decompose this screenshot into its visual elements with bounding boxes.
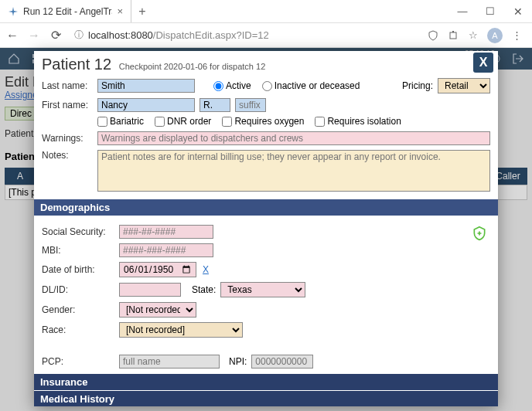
race-select[interactable]: [Not recorded] [119,322,243,338]
bookmark-icon[interactable]: ☆ [467,29,479,42]
forward-button[interactable]: → [26,29,42,42]
profile-avatar[interactable]: A [487,28,503,43]
dob-clear-link[interactable]: X [203,264,209,275]
patient-modal: X Patient 12 Checkpoint 2020-01-06 for d… [34,51,498,406]
menu-icon[interactable]: ⋮ [510,29,523,42]
isolation-checkbox[interactable] [315,117,325,127]
inactive-label: Inactive or deceased [275,80,360,91]
pricing-select[interactable]: Retail [438,78,490,93]
tab-favicon [8,6,19,17]
svg-rect-1 [452,31,454,32]
ssn-input[interactable] [119,225,213,239]
mbi-label: MBI: [42,245,114,256]
race-label: Race: [42,324,114,335]
notes-textarea[interactable] [97,150,490,192]
active-label: Active [226,80,251,91]
window-maximize-button[interactable]: ☐ [476,0,504,22]
modal-subtitle: Checkpoint 2020-01-06 for dispatch 12 [119,62,266,71]
isolation-label: Requires isolation [327,116,401,127]
pcp-input[interactable] [119,355,220,369]
middle-initial-input[interactable] [200,98,230,112]
notes-label: Notes: [42,150,93,161]
suffix-input[interactable] [235,98,266,112]
svg-rect-0 [450,32,456,39]
last-name-label: Last name: [42,80,93,91]
pricing-label: Pricing: [402,80,433,91]
state-label: State: [192,284,216,295]
state-select[interactable]: Texas [220,282,305,297]
npi-label: NPI: [229,356,247,367]
section-medical-history[interactable]: Medical History [34,391,498,406]
oxygen-label: Requires oxygen [234,116,304,127]
first-name-label: First name: [42,100,93,110]
reload-button[interactable]: ⟳ [48,28,63,42]
bariatric-checkbox[interactable] [97,117,107,127]
browser-titlebar: Run 12 Edit - AngelTrack × + — ☐ ✕ [0,0,532,23]
ssn-label: Social Security: [42,226,114,237]
window-minimize-button[interactable]: — [448,0,476,22]
site-info-icon[interactable]: ⓘ [74,29,84,42]
npi-input[interactable] [251,355,313,369]
bariatric-label: Bariatric [110,116,144,127]
dlid-label: DL/ID: [42,284,114,295]
new-tab-button[interactable]: + [131,0,153,22]
last-name-input[interactable] [97,79,195,93]
warnings-input[interactable] [97,131,490,145]
tab-title: Run 12 Edit - AngelTrack [23,6,112,17]
url-field[interactable]: ⓘ localhost:8080/DispatchEdit.aspx?ID=12 [70,29,421,42]
oxygen-checkbox[interactable] [222,117,232,127]
status-inactive-radio[interactable] [262,81,272,91]
tab-close-icon[interactable]: × [117,5,123,17]
dnr-label: DNR order [167,116,211,127]
warnings-label: Warnings: [42,133,93,144]
section-demographics[interactable]: Demographics [34,199,498,216]
extension-icon[interactable] [447,29,459,42]
first-name-input[interactable] [97,98,195,112]
status-active-radio[interactable] [213,81,223,91]
section-insurance[interactable]: Insurance [34,374,498,390]
gender-label: Gender: [42,304,114,315]
gender-select[interactable]: [Not recorded] [119,302,196,318]
dnr-checkbox[interactable] [155,117,165,127]
dob-input[interactable] [119,262,196,277]
modal-close-button[interactable]: X [473,53,493,73]
shield-icon[interactable] [427,29,439,42]
medical-badge-icon [472,226,487,241]
pcp-label: PCP: [42,356,114,367]
window-close-button[interactable]: ✕ [504,0,532,22]
browser-address-bar: ← → ⟳ ⓘ localhost:8080/DispatchEdit.aspx… [0,23,532,48]
dlid-input[interactable] [119,283,181,297]
modal-title: Patient 12 [42,56,111,73]
mbi-input[interactable] [119,243,213,257]
back-button[interactable]: ← [5,29,20,42]
dob-label: Date of birth: [42,264,114,275]
browser-tab[interactable]: Run 12 Edit - AngelTrack × [0,0,131,22]
